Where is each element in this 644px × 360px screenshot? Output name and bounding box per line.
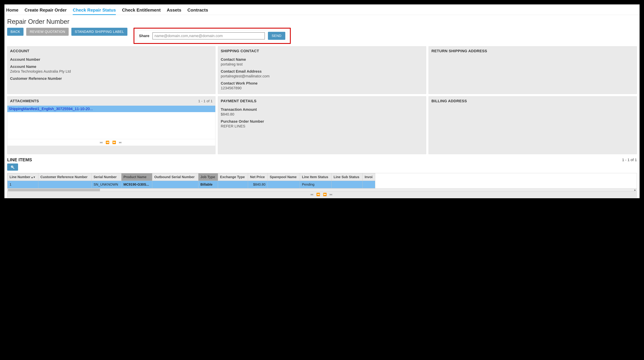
attachments-range: 1 - 1 of 1: [198, 99, 212, 103]
contact-email-value: portalregtest@mailinator.com: [221, 74, 423, 78]
billing-heading: BILLING ADDRESS: [429, 96, 637, 106]
cell-status: Pending: [300, 181, 332, 188]
share-highlight-box: Share SEND: [134, 28, 291, 44]
transaction-amount-value: $840.80: [221, 112, 423, 117]
line-items-table: Line Number▲▼ Customer Reference Number …: [7, 173, 375, 188]
tab-create-repair-order[interactable]: Create Repair Order: [24, 7, 66, 15]
search-icon: [11, 165, 15, 169]
share-email-input[interactable]: [152, 32, 265, 39]
account-card: ACCOUNT Account Number Account Name Zebr…: [7, 46, 216, 94]
attachments-card: ATTACHMENTS 1 - 1 of 1 ShippingManifest1…: [7, 96, 216, 154]
cell-customer-ref: [38, 181, 92, 188]
review-quotation-button[interactable]: REVIEW QUOTATION: [26, 28, 68, 36]
payment-heading: PAYMENT DETAILS: [218, 96, 426, 106]
col-exchange-type[interactable]: Exchange Type: [218, 173, 248, 181]
pager-first-icon[interactable]: ⏮: [100, 141, 104, 144]
attachments-list: ShippingManifest1_English_30725594_11-10…: [7, 106, 215, 139]
attachments-heading: ATTACHMENTS: [10, 99, 39, 103]
contact-email-label: Contact Email Address: [221, 69, 423, 74]
account-heading: ACCOUNT: [7, 46, 215, 56]
attachments-pager: ⏮ ⏪ ⏩ ⏭: [7, 139, 215, 146]
cell-invoice: [362, 181, 375, 188]
line-items-search-button[interactable]: [7, 164, 18, 171]
line-items-heading: LINE ITEMS: [7, 157, 32, 163]
cell-product-name: MC9190-G30S...: [121, 181, 152, 188]
contact-phone-value: 1234567890: [221, 86, 423, 90]
cell-line-number: 1: [8, 181, 38, 188]
col-net-price[interactable]: Net Price: [248, 173, 268, 181]
pager-prev-icon[interactable]: ⏪: [316, 193, 321, 196]
payment-details-card: PAYMENT DETAILS Transaction Amount $840.…: [218, 96, 426, 154]
account-name-label: Account Name: [10, 64, 212, 69]
line-items-range: 1 - 1 of 1: [622, 158, 637, 162]
standard-shipping-label-button[interactable]: STANDARD SHIPPING LABEL: [71, 28, 128, 36]
cell-serial-number: SN_UNKNOWN: [92, 181, 121, 188]
line-items-horizontal-scrollbar[interactable]: ◄ ►: [7, 188, 637, 191]
back-button[interactable]: BACK: [7, 28, 24, 36]
col-line-number[interactable]: Line Number▲▼: [8, 173, 38, 181]
shipping-contact-card: SHIPPING CONTACT Contact Name portalreg …: [218, 46, 426, 94]
tab-check-repair-status[interactable]: Check Repair Status: [73, 7, 116, 15]
contact-name-label: Contact Name: [221, 57, 423, 62]
tab-assets[interactable]: Assets: [167, 7, 181, 15]
pager-prev-icon[interactable]: ⏪: [106, 141, 110, 144]
tab-home[interactable]: Home: [6, 7, 18, 15]
col-invoice[interactable]: Invoi: [362, 173, 375, 181]
pager-last-icon[interactable]: ⏭: [330, 193, 334, 196]
col-sparepool-name[interactable]: Sparepool Name: [268, 173, 300, 181]
cell-net-price: $840.80: [248, 181, 268, 188]
contact-name-value: portalreg test: [221, 62, 423, 66]
attachment-link[interactable]: ShippingManifest1_English_30725594_11-10…: [7, 106, 215, 112]
line-items-pager: ⏮ ⏪ ⏩ ⏭: [7, 191, 637, 197]
cell-job-type: Billable: [198, 181, 218, 188]
billing-address-card: BILLING ADDRESS: [428, 96, 637, 154]
main-nav-tabs: Home Create Repair Order Check Repair St…: [4, 4, 640, 15]
transaction-amount-label: Transaction Amount: [221, 107, 423, 112]
return-shipping-address-card: RETURN SHIPPING ADDRESS: [428, 46, 637, 94]
account-name-value: Zebra Technologies Australia Pty Ltd: [10, 69, 212, 74]
page-title: Repair Order Number: [7, 18, 638, 25]
col-outbound-serial[interactable]: Outbound Serial Number: [152, 173, 198, 181]
table-row[interactable]: 1 SN_UNKNOWN MC9190-G30S... Billable $84…: [8, 181, 375, 188]
scroll-thumb[interactable]: [8, 189, 100, 191]
line-items-table-wrap[interactable]: Line Number▲▼ Customer Reference Number …: [7, 173, 637, 188]
cell-outbound-serial: [152, 181, 198, 188]
cell-sparepool: [268, 181, 300, 188]
col-customer-ref[interactable]: Customer Reference Number: [38, 173, 92, 181]
cell-sub-status: [332, 181, 362, 188]
po-number-label: Purchase Order Number: [221, 119, 423, 124]
col-serial-number[interactable]: Serial Number: [92, 173, 121, 181]
share-label: Share: [139, 34, 150, 38]
po-number-value: REFER LINES: [221, 124, 423, 129]
col-job-type[interactable]: Job Type: [198, 173, 218, 181]
col-line-sub-status[interactable]: Line Sub Status: [332, 173, 362, 181]
col-line-item-status[interactable]: Line Item Status: [300, 173, 332, 181]
pager-last-icon[interactable]: ⏭: [119, 141, 123, 144]
pager-next-icon[interactable]: ⏩: [323, 193, 328, 196]
cell-exchange-type: [218, 181, 248, 188]
pager-next-icon[interactable]: ⏩: [112, 141, 117, 144]
return-shipping-heading: RETURN SHIPPING ADDRESS: [429, 46, 637, 56]
tab-contracts[interactable]: Contracts: [187, 7, 208, 15]
send-button[interactable]: SEND: [268, 32, 285, 40]
shipping-contact-heading: SHIPPING CONTACT: [218, 46, 426, 56]
col-product-name[interactable]: Product Name: [121, 173, 152, 181]
contact-phone-label: Contact Work Phone: [221, 81, 423, 86]
customer-reference-number-label: Customer Reference Number: [10, 76, 212, 81]
pager-first-icon[interactable]: ⏮: [310, 193, 314, 196]
scroll-right-icon[interactable]: ►: [634, 188, 637, 191]
account-number-label: Account Number: [10, 57, 212, 62]
tab-check-entitlement[interactable]: Check Entitlement: [122, 7, 160, 15]
